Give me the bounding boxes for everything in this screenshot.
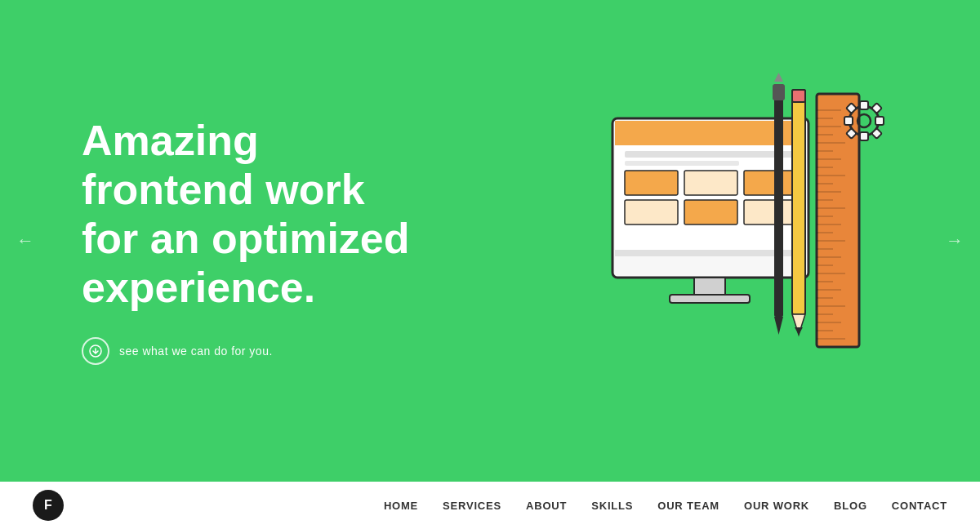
cta-label: see what we can do for you. — [119, 345, 273, 358]
svg-rect-10 — [684, 200, 737, 224]
nav-item: CONTACT — [892, 498, 947, 513]
svg-rect-45 — [792, 90, 805, 314]
svg-rect-48 — [792, 90, 805, 102]
svg-rect-49 — [774, 84, 783, 317]
svg-rect-60 — [871, 103, 882, 113]
logo[interactable]: F — [33, 490, 64, 521]
nav-link-contact[interactable]: CONTACT — [892, 500, 947, 512]
svg-rect-56 — [860, 132, 868, 140]
nav-link-blog[interactable]: BLOG — [834, 500, 867, 512]
navbar: F HOMESERVICESABOUTSKILLSOUR TEAMOUR WOR… — [0, 482, 980, 529]
nav-link-our-work[interactable]: OUR WORK — [744, 500, 809, 512]
nav-links: HOMESERVICESABOUTSKILLSOUR TEAMOUR WORKB… — [384, 498, 947, 513]
hero-cta[interactable]: see what we can do for you. — [82, 337, 425, 365]
nav-link-our-team[interactable]: OUR TEAM — [657, 500, 719, 512]
svg-rect-11 — [744, 200, 797, 224]
nav-item: ABOUT — [526, 498, 567, 513]
svg-rect-51 — [773, 84, 785, 100]
nav-link-services[interactable]: SERVICES — [443, 500, 501, 512]
nav-item: OUR WORK — [744, 498, 809, 513]
hero-title: Amazing frontend work for an optimized e… — [82, 117, 425, 312]
hero-content: Amazing frontend work for an optimized e… — [82, 117, 425, 364]
svg-marker-50 — [774, 317, 783, 335]
svg-rect-9 — [625, 200, 678, 224]
nav-item: HOME — [384, 498, 418, 513]
next-arrow[interactable]: → — [946, 230, 964, 251]
svg-rect-7 — [684, 171, 737, 195]
nav-item: SKILLS — [591, 498, 633, 513]
svg-rect-4 — [625, 151, 796, 158]
svg-rect-13 — [694, 278, 725, 296]
illustration-svg — [572, 69, 898, 420]
hero-section: ← Amazing frontend work for an optimized… — [0, 0, 980, 482]
cta-down-icon — [82, 337, 109, 365]
svg-rect-5 — [625, 161, 739, 166]
svg-marker-52 — [774, 73, 783, 82]
nav-item: BLOG — [834, 498, 867, 513]
svg-rect-62 — [871, 128, 882, 139]
svg-rect-55 — [860, 101, 868, 109]
prev-arrow[interactable]: ← — [16, 230, 34, 251]
svg-rect-8 — [744, 171, 797, 195]
nav-item: OUR TEAM — [657, 498, 719, 513]
nav-link-about[interactable]: ABOUT — [526, 500, 567, 512]
svg-marker-47 — [795, 327, 803, 335]
nav-link-home[interactable]: HOME — [384, 500, 418, 512]
nav-link-skills[interactable]: SKILLS — [591, 500, 633, 512]
svg-rect-57 — [844, 117, 853, 125]
svg-rect-6 — [625, 171, 678, 195]
hero-illustration — [572, 69, 898, 412]
nav-item: SERVICES — [443, 498, 501, 513]
svg-rect-58 — [875, 117, 884, 125]
svg-rect-14 — [670, 295, 750, 303]
